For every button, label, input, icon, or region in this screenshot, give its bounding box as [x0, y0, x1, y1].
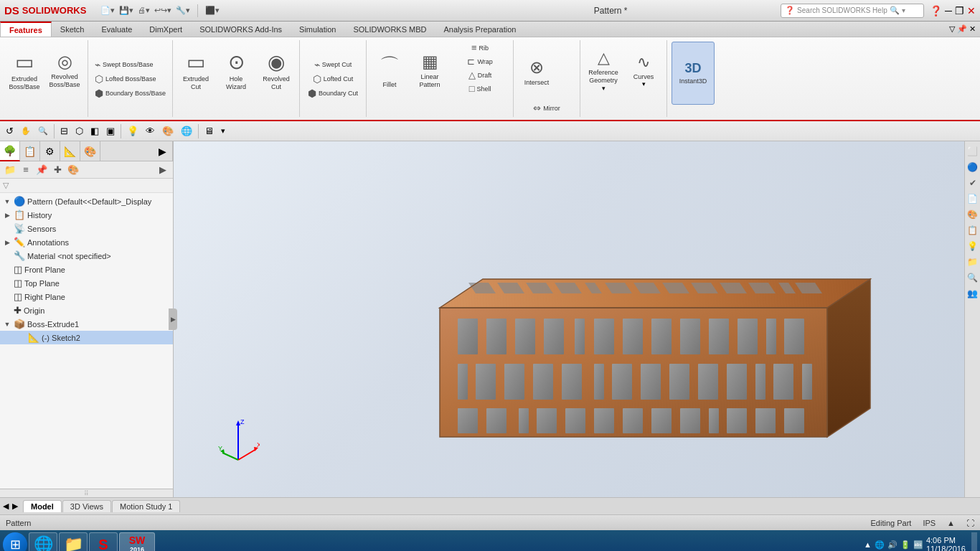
right-btn-10[interactable]: 👥 [966, 286, 980, 301]
tab-dimxpert[interactable]: DimXpert [141, 22, 191, 37]
help-button[interactable]: ❓ [930, 5, 942, 17]
collapse-handle[interactable]: ▶ [169, 309, 177, 330]
tab-analysis-prep[interactable]: Analysis Preparation [435, 22, 525, 37]
search-box[interactable]: ❓ Search SOLIDWORKS Help 🔍 ▾ [781, 4, 924, 18]
tree-item-history[interactable]: ▶ 📋 History [0, 208, 173, 222]
appearance-btn[interactable]: 🎨 [159, 124, 176, 138]
view-orient-btn[interactable]: ⊟ [57, 124, 71, 138]
more-btn[interactable]: ▾ [218, 125, 228, 137]
view-select-btn[interactable]: ▣ [103, 124, 118, 138]
right-btn-5[interactable]: 🎨 [966, 207, 980, 222]
tab-sketch[interactable]: Sketch [52, 22, 93, 37]
lofted-cut-button[interactable]: ⬡ Lofted Cut [304, 72, 362, 85]
right-btn-6[interactable]: 📋 [966, 223, 980, 237]
mirror-button[interactable]: ⇔ Mirror [518, 102, 575, 114]
ribbon-close-btn[interactable]: ✕ [969, 24, 976, 34]
reference-geometry-button[interactable]: △ ReferenceGeometry ▾ [585, 42, 622, 99]
taskbar-solidworks-app[interactable]: SW 2016 [119, 532, 155, 551]
left-scroll-btn[interactable]: ◀ [3, 501, 9, 511]
tab-model[interactable]: Model [23, 500, 62, 512]
revolved-boss-button[interactable]: ◎ RevolvedBoss/Base [46, 42, 83, 99]
intersect-button[interactable]: ⊗ Intersect [518, 43, 555, 100]
rib-button[interactable]: ≡ Rib [451, 42, 509, 54]
swept-boss-button[interactable]: ⌁ Swept Boss/Base [93, 58, 156, 71]
tree-item-origin[interactable]: ▶ ✚ Origin [0, 303, 173, 317]
view-settings-btn[interactable]: 🖥 [202, 124, 217, 138]
expand-tabs-btn[interactable]: ▶ [153, 141, 173, 161]
close-button[interactable]: ✕ [967, 5, 976, 17]
tab-solidworks-addins[interactable]: SOLIDWORKS Add-Ins [191, 22, 291, 37]
restore-button[interactable]: ❐ [955, 5, 964, 17]
dim-xpert-tab[interactable]: 📐 [60, 141, 80, 161]
draft-button[interactable]: △ Draft [451, 69, 509, 81]
taskbar-explorer[interactable]: 📁 [59, 532, 88, 551]
ribbon-pin-btn[interactable]: 📌 [957, 24, 967, 34]
tree-item-sketch2[interactable]: ▶ 📐 (-) Sketch2 [0, 331, 173, 344]
linear-pattern-button[interactable]: ▦ LinearPattern [411, 42, 448, 99]
tree-item-material[interactable]: ▶ 🔧 Material <not specified> [0, 249, 173, 263]
extruded-cut-button[interactable]: ▭ ExtrudedCut [177, 42, 215, 99]
right-scroll-btn[interactable]: ▶ [12, 501, 18, 511]
new-folder-btn[interactable]: 📁 [3, 163, 17, 177]
taskbar-chrome[interactable]: 🌐 [29, 532, 57, 551]
hide-show-btn[interactable]: 👁 [143, 124, 158, 138]
right-btn-4[interactable]: 📄 [966, 192, 980, 206]
colorize-btn[interactable]: 🎨 [66, 163, 80, 177]
expand-all-btn[interactable]: ▶ [156, 163, 170, 177]
tree-item-top-plane[interactable]: ▶ ◫ Top Plane [0, 276, 173, 290]
right-btn-1[interactable]: ⬜ [966, 144, 980, 159]
feature-tree-tab[interactable]: 🌳 [0, 141, 20, 161]
scene-btn[interactable]: 🌐 [178, 124, 195, 138]
boundary-cut-button[interactable]: ⬢ Boundary Cut [304, 87, 362, 100]
right-btn-3[interactable]: ✔ [966, 176, 980, 190]
extruded-boss-button[interactable]: ▭ ExtrudedBoss/Base [6, 42, 43, 99]
taskbar-solidworks-icon[interactable]: S [89, 532, 118, 551]
lofted-boss-button[interactable]: ⬡ Lofted Boss/Base [93, 72, 159, 85]
viewport[interactable]: Z X Y [174, 141, 964, 497]
sort-btn[interactable]: ≡ [19, 163, 33, 177]
tree-item-root[interactable]: ▼ 🔵 Pattern (Default<<Default>_Display [0, 194, 173, 208]
wrap-button[interactable]: ⊏ Wrap [451, 55, 509, 67]
minimize-button[interactable]: ─ [945, 5, 952, 17]
tab-3d-views[interactable]: 3D Views [62, 500, 111, 512]
hole-wizard-button[interactable]: ⊙ HoleWizard [217, 42, 255, 99]
swept-cut-button[interactable]: ⌁ Swept Cut [304, 58, 362, 71]
shell-button[interactable]: □ Shell [451, 83, 509, 95]
config-manager-tab[interactable]: ⚙ [40, 141, 60, 161]
right-btn-8[interactable]: 📁 [966, 255, 980, 269]
show-desktop-btn[interactable] [971, 532, 977, 551]
right-btn-7[interactable]: 💡 [966, 239, 980, 253]
instant3d-button[interactable]: 3D Instant3D [672, 42, 715, 105]
boundary-boss-button[interactable]: ⬢ Boundary Boss/Base [93, 87, 168, 100]
resize-handle[interactable]: ⠿ [0, 489, 173, 497]
view-prev-btn[interactable]: ⬡ [72, 124, 86, 138]
tree-item-sensors[interactable]: ▶ 📡 Sensors [0, 222, 173, 235]
right-btn-2[interactable]: 🔵 [966, 160, 980, 174]
display-style-btn[interactable]: 💡 [124, 124, 141, 138]
tab-features[interactable]: Features [0, 22, 52, 37]
tab-simulation[interactable]: Simulation [291, 22, 344, 37]
fillet-button[interactable]: ⌒ Fillet [371, 42, 408, 99]
tree-item-boss-extrude1[interactable]: ▼ 📦 Boss-Extrude1 [0, 317, 173, 331]
tab-evaluate[interactable]: Evaluate [93, 22, 141, 37]
tree-item-front-plane[interactable]: ▶ ◫ Front Plane [0, 263, 173, 276]
tab-solidworks-mbd[interactable]: SOLIDWORKS MBD [344, 22, 435, 37]
curves-button[interactable]: ∿ Curves ▾ [625, 42, 662, 99]
ribbon-collapse-btn[interactable]: ▽ [949, 24, 955, 34]
rotate-btn[interactable]: ↺ [3, 124, 17, 138]
right-btn-9[interactable]: 🔍 [966, 270, 980, 285]
pan-btn[interactable]: ✋ [18, 125, 34, 137]
tab-motion-study[interactable]: Motion Study 1 [112, 500, 180, 512]
property-manager-tab[interactable]: 📋 [20, 141, 40, 161]
tree-item-right-plane[interactable]: ▶ ◫ Right Plane [0, 290, 173, 303]
display-manager-tab[interactable]: 🎨 [80, 141, 100, 161]
section-view-btn[interactable]: ◧ [88, 124, 102, 138]
revolved-cut-button[interactable]: ◉ RevolvedCut [258, 42, 295, 99]
zoom-btn[interactable]: 🔍 [35, 125, 51, 137]
tray-up-arrow[interactable]: ▲ [864, 540, 872, 549]
plus-btn[interactable]: ✚ [50, 163, 65, 177]
start-button[interactable]: ⊞ [3, 532, 27, 551]
fullscreen-btn[interactable]: ⛶ [966, 519, 974, 527]
tree-item-annotations[interactable]: ▶ ✏️ Annotations [0, 235, 173, 249]
pin-btn[interactable]: 📌 [34, 163, 49, 177]
